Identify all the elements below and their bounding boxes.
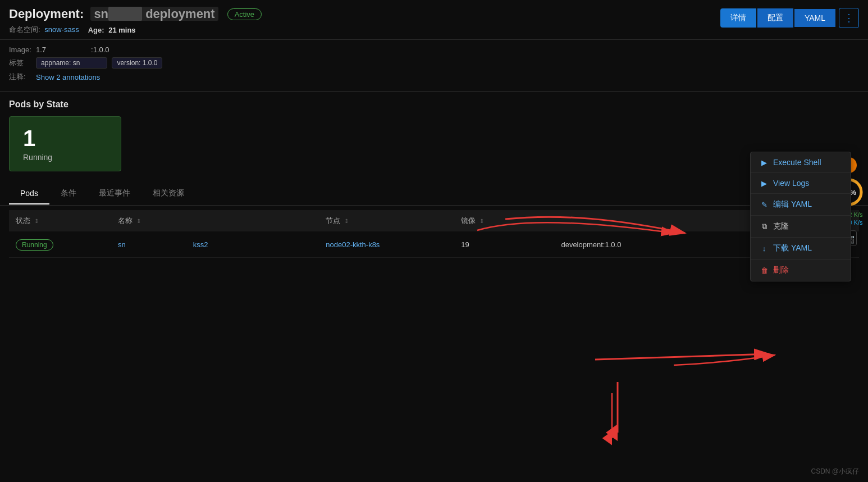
table-row: Running snkss2 node02-kkth-k8s 19 develo… (9, 231, 859, 258)
tag-version: version: 1.0.0 (112, 57, 162, 69)
download-yaml-icon: ↓ (760, 244, 769, 253)
image-row: Image: 1.7:1.0.0 (9, 46, 859, 54)
table-section: 状态 ⇕ 名称 ⇕ 节点 ⇕ 镜像 ⇕ Running snkss2 node0… (0, 210, 868, 258)
tab-conditions[interactable]: 条件 (49, 183, 88, 205)
more-button[interactable]: ⋮ (839, 8, 859, 28)
annotations-label: 注释: (9, 72, 31, 82)
col-name[interactable]: 名称 ⇕ (111, 210, 319, 231)
running-label: Running (23, 153, 107, 162)
namespace-link[interactable]: snow-sass (44, 25, 79, 34)
menu-execute-shell[interactable]: ▶ Execute Shell (751, 152, 851, 173)
menu-edit-yaml[interactable]: ✎ 编辑 YAML (751, 194, 851, 216)
pods-state-title: Pods by State (9, 99, 859, 110)
image-value: 1.7:1.0.0 (36, 46, 109, 54)
tags-row: 标签 appname: sn version: 1.0.0 (9, 57, 859, 69)
edit-yaml-icon: ✎ (760, 201, 769, 209)
pod-status-badge: Running (16, 239, 53, 251)
info-section: Image: 1.7:1.0.0 标签 appname: sn version:… (0, 40, 868, 92)
image-label: Image: (9, 46, 31, 54)
menu-view-logs[interactable]: ▶ View Logs (751, 173, 851, 194)
detail-button[interactable]: 详情 (720, 8, 756, 28)
edit-yaml-label: 编辑 YAML (773, 199, 812, 210)
tab-pods[interactable]: Pods (9, 183, 49, 204)
pod-node-cell: node02-kkth-k8s (319, 231, 454, 258)
pod-name-cell: snkss2 (111, 231, 319, 258)
toolbar: 详情 配置 YAML ⋮ (720, 8, 859, 28)
tabs-section: Pods 条件 最近事件 相关资源 (0, 183, 868, 206)
state-card-running: 1 Running (9, 116, 121, 171)
page-header: Deployment: sn deployment Active 命名空间: s… (0, 0, 868, 40)
page-title: Deployment: sn deployment (9, 7, 222, 21)
execute-shell-icon: ▶ (760, 158, 769, 167)
clone-icon: ⧉ (760, 222, 769, 231)
download-yaml-label: 下载 YAML (773, 243, 812, 253)
context-menu: ▶ Execute Shell ▶ View Logs ✎ 编辑 YAML ⧉ … (750, 152, 851, 281)
view-logs-icon: ▶ (760, 179, 769, 188)
execute-shell-label: Execute Shell (773, 158, 821, 167)
pods-table: 状态 ⇕ 名称 ⇕ 节点 ⇕ 镜像 ⇕ Running snkss2 node0… (9, 210, 859, 258)
delete-label: 删除 (773, 265, 789, 275)
clone-label: 克隆 (773, 221, 789, 231)
annotations-link[interactable]: Show 2 annotations (36, 73, 100, 81)
pod-status: Running (9, 231, 111, 258)
tag-appname: appname: sn (36, 57, 107, 69)
tab-events[interactable]: 最近事件 (88, 183, 141, 205)
col-status[interactable]: 状态 ⇕ (9, 210, 111, 231)
watermark: CSDN @小疯仔 (811, 467, 859, 476)
namespace-label: 命名空间: snow-sass (9, 25, 79, 35)
title-prefix: Deployment: (9, 7, 84, 21)
deployment-name: sn deployment (90, 7, 218, 21)
pod-version: development:1.0.0 (561, 240, 621, 249)
tab-related[interactable]: 相关资源 (141, 183, 195, 205)
table-body: Running snkss2 node02-kkth-k8s 19 develo… (9, 231, 859, 258)
node-name-link[interactable]: node02-kkth-k8s (326, 240, 380, 249)
tags-label: 标签 (9, 58, 31, 68)
pod-image: 19 development:1.0.0 (461, 240, 621, 249)
menu-download-yaml[interactable]: ↓ 下载 YAML (751, 238, 851, 260)
annotations-row: 注释: Show 2 annotations (9, 72, 859, 82)
delete-icon: 🗑 (760, 266, 769, 275)
running-count: 1 (23, 126, 107, 151)
table-header: 状态 ⇕ 名称 ⇕ 节点 ⇕ 镜像 ⇕ (9, 210, 859, 231)
col-node[interactable]: 节点 ⇕ (319, 210, 454, 231)
view-logs-label: View Logs (773, 179, 809, 188)
status-badge: Active (227, 8, 262, 20)
yaml-button[interactable]: YAML (794, 9, 835, 27)
menu-delete[interactable]: 🗑 删除 (751, 260, 851, 281)
pod-name-link[interactable]: snkss2 (118, 240, 208, 249)
config-button[interactable]: 配置 (757, 8, 793, 28)
age-label: Age: 21 mins (88, 26, 136, 34)
menu-clone[interactable]: ⧉ 克隆 (751, 216, 851, 238)
pods-state-section: Pods by State 1 Running (0, 92, 868, 177)
